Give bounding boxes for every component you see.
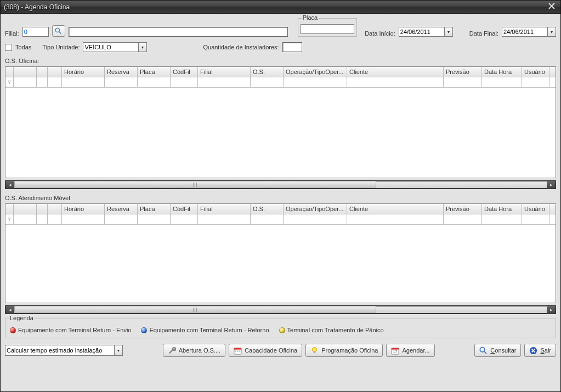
column-header[interactable]: Previsão <box>444 67 482 77</box>
column-filter-cell[interactable] <box>482 77 522 87</box>
column-filter-cell[interactable] <box>444 214 482 224</box>
column-header[interactable]: Placa <box>138 204 171 214</box>
chevron-down-icon[interactable]: ▾ <box>139 42 147 52</box>
column-header[interactable]: Data Hora <box>482 204 522 214</box>
column-header[interactable] <box>37 67 48 77</box>
scroll-left-icon[interactable]: ◂ <box>5 181 14 189</box>
programacao-oficina-button[interactable]: Programação Oficina <box>305 344 383 357</box>
calc-tempo-input[interactable] <box>5 345 115 356</box>
chevron-down-icon[interactable]: ▾ <box>115 345 123 356</box>
column-header[interactable]: Reserva <box>105 67 138 77</box>
column-header[interactable] <box>48 204 62 214</box>
column-header[interactable]: Data Hora <box>482 67 522 77</box>
os-oficina-scrollbar[interactable]: ◂ ▸ <box>5 180 556 189</box>
column-filter-cell[interactable] <box>284 214 347 224</box>
column-header[interactable]: Cliente <box>347 204 444 214</box>
grid-header[interactable]: HorárioReservaPlacaCódFilFilialO.S.Opera… <box>5 67 556 77</box>
tipo-unidade-select[interactable]: ▾ <box>83 42 147 52</box>
column-filter-cell[interactable] <box>5 77 14 87</box>
abertura-os-button[interactable]: Abertura O.S.... <box>163 344 225 357</box>
column-header[interactable] <box>5 204 14 214</box>
column-filter-cell[interactable] <box>48 214 62 224</box>
column-filter-cell[interactable] <box>482 214 522 224</box>
data-final-field[interactable]: ▾ <box>502 27 556 37</box>
column-filter-cell[interactable] <box>62 214 105 224</box>
os-oficina-grid[interactable]: HorárioReservaPlacaCódFilFilialO.S.Opera… <box>5 66 556 178</box>
column-header[interactable]: CódFil <box>171 204 198 214</box>
column-header[interactable]: O.S. <box>251 67 284 77</box>
column-filter-cell[interactable] <box>62 77 105 87</box>
filial-desc-input[interactable] <box>69 27 288 37</box>
column-header[interactable]: Usuário <box>522 204 549 214</box>
column-filter-cell[interactable] <box>198 77 251 87</box>
column-header[interactable]: Horário <box>62 67 105 77</box>
column-header[interactable]: Reserva <box>105 204 138 214</box>
column-header[interactable]: Horário <box>62 204 105 214</box>
column-filter-cell[interactable] <box>171 77 198 87</box>
todas-checkbox[interactable] <box>5 44 12 51</box>
scroll-track[interactable] <box>14 306 547 313</box>
qtd-instaladores-input[interactable] <box>282 42 302 52</box>
column-filter-cell[interactable] <box>171 214 198 224</box>
column-filter-cell[interactable] <box>105 77 138 87</box>
column-header[interactable] <box>5 67 14 77</box>
sair-button[interactable]: Sair <box>524 344 556 357</box>
grid-filter-row[interactable] <box>5 77 556 88</box>
column-filter-cell[interactable] <box>251 214 284 224</box>
column-filter-cell[interactable] <box>522 214 549 224</box>
column-filter-cell[interactable] <box>37 214 48 224</box>
column-filter-cell[interactable] <box>48 77 62 87</box>
data-inicio-field[interactable]: ▾ <box>399 27 453 37</box>
calc-tempo-combo[interactable]: ▾ <box>5 345 123 356</box>
column-filter-cell[interactable] <box>198 214 251 224</box>
column-filter-cell[interactable] <box>138 214 171 224</box>
chevron-down-icon[interactable]: ▾ <box>548 27 556 37</box>
column-header[interactable] <box>37 204 48 214</box>
column-header[interactable]: Previsão <box>444 204 482 214</box>
chevron-down-icon[interactable]: ▾ <box>445 27 453 37</box>
filter-icon[interactable] <box>8 79 11 85</box>
column-header[interactable]: Operação/TipoOper... <box>284 204 347 214</box>
grid-filter-row[interactable] <box>5 214 556 225</box>
column-header[interactable] <box>14 204 37 214</box>
close-icon[interactable] <box>546 3 557 12</box>
column-header[interactable]: Cliente <box>347 67 444 77</box>
column-header[interactable]: O.S. <box>251 204 284 214</box>
filter-icon[interactable] <box>8 217 11 222</box>
grid-header[interactable]: HorárioReservaPlacaCódFilFilialO.S.Opera… <box>5 204 556 214</box>
titlebar[interactable]: (308) - Agenda Oficina <box>1 1 560 14</box>
scroll-thumb[interactable] <box>14 306 376 313</box>
capacidade-oficina-button[interactable]: Capacidade Oficina <box>229 344 302 357</box>
column-filter-cell[interactable] <box>522 77 549 87</box>
column-filter-cell[interactable] <box>5 214 14 224</box>
column-header[interactable] <box>48 67 62 77</box>
grid-body[interactable] <box>5 225 556 303</box>
filial-input[interactable] <box>22 27 49 37</box>
data-final-input[interactable] <box>502 27 548 37</box>
column-filter-cell[interactable] <box>14 214 37 224</box>
column-header[interactable]: Operação/TipoOper... <box>284 67 347 77</box>
tipo-unidade-input[interactable] <box>83 42 139 52</box>
scroll-right-icon[interactable]: ▸ <box>547 306 556 314</box>
column-header[interactable]: CódFil <box>171 67 198 77</box>
filial-search-button[interactable] <box>52 25 65 37</box>
column-header[interactable]: Placa <box>138 67 171 77</box>
column-filter-cell[interactable] <box>284 77 347 87</box>
data-inicio-input[interactable] <box>399 27 445 37</box>
scroll-track[interactable] <box>14 181 547 188</box>
placa-input[interactable] <box>301 24 354 34</box>
agendar-button[interactable]: 17 Agendar... <box>386 344 434 357</box>
column-filter-cell[interactable] <box>14 77 37 87</box>
column-filter-cell[interactable] <box>138 77 171 87</box>
column-filter-cell[interactable] <box>347 77 444 87</box>
column-filter-cell[interactable] <box>444 77 482 87</box>
scroll-left-icon[interactable]: ◂ <box>5 306 14 314</box>
column-header[interactable]: Usuário <box>522 67 549 77</box>
scroll-thumb[interactable] <box>14 181 376 188</box>
column-filter-cell[interactable] <box>347 214 444 224</box>
consultar-button[interactable]: Consultar <box>474 344 521 357</box>
os-movel-scrollbar[interactable]: ◂ ▸ <box>5 305 556 314</box>
os-movel-grid[interactable]: HorárioReservaPlacaCódFilFilialO.S.Opera… <box>5 203 556 303</box>
column-header[interactable] <box>14 67 37 77</box>
grid-body[interactable] <box>5 88 556 178</box>
